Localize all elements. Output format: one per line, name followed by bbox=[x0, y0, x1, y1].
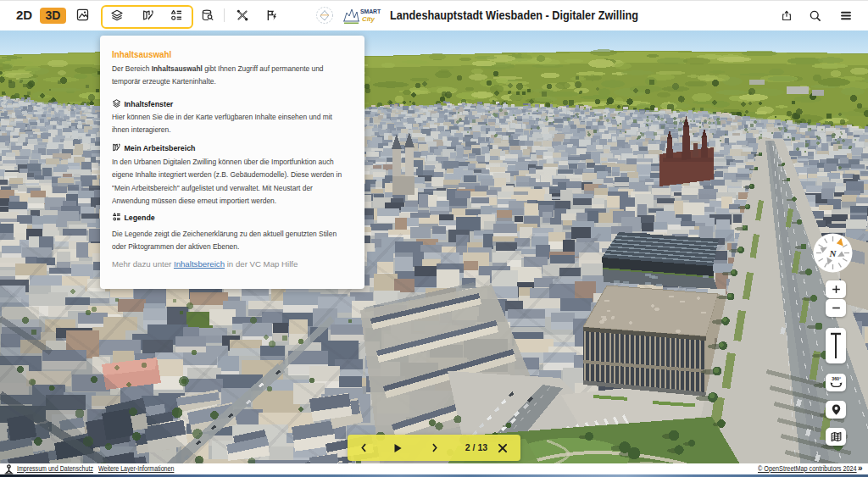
svg-text:N: N bbox=[829, 248, 837, 258]
svg-text:360°: 360° bbox=[832, 376, 841, 381]
svg-text:SMART: SMART bbox=[360, 8, 381, 14]
svg-text:City: City bbox=[362, 15, 375, 23]
